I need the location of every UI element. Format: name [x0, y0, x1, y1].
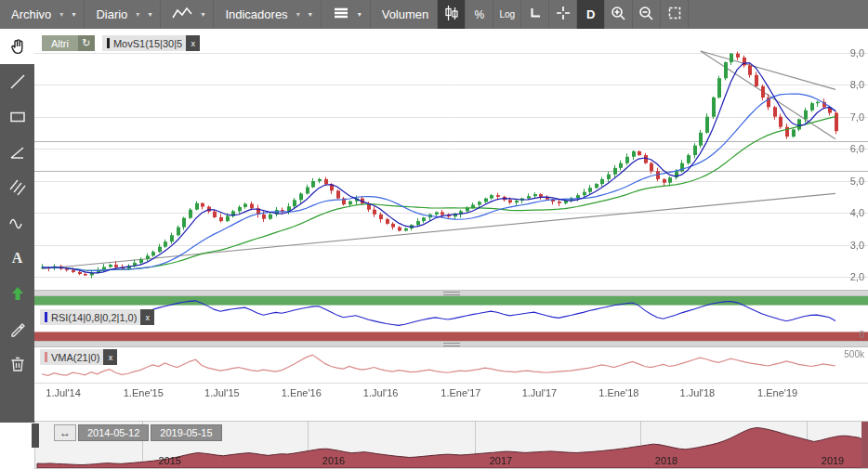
menu-diario[interactable]: Diario ▾ ▾ — [85, 0, 161, 29]
zoom-in-button[interactable] — [605, 0, 633, 29]
chevron-down-icon: ▾ — [136, 10, 139, 19]
trash-tool-button[interactable] — [0, 346, 34, 382]
chevron-down-icon: ▾ — [148, 10, 151, 19]
rsi-label: RSI(14|0,8|0,2|1,0) — [51, 312, 137, 323]
vma-chip: VMA(21|0) x — [40, 349, 117, 365]
menu-diario-label: Diario — [96, 7, 127, 21]
range-start-date[interactable]: 2014-05-12 — [78, 424, 149, 441]
navigator-left-handle[interactable] — [32, 423, 39, 448]
refresh-icon: ↻ — [82, 37, 90, 49]
interval-daily-button[interactable]: D — [577, 0, 605, 29]
remove-rsi-button[interactable]: x — [140, 309, 154, 325]
chevron-down-icon: ▾ — [309, 10, 312, 19]
wave-tool-button[interactable] — [0, 205, 34, 241]
rsi-chart-canvas[interactable] — [34, 296, 868, 341]
charting-app: Archivo ▾ ▾ Diario ▾ ▾ ▾ Indicadores ▾ ▾… — [0, 0, 868, 469]
chevron-down-icon: ▾ — [296, 10, 300, 19]
crosshair-button[interactable] — [549, 0, 577, 29]
symbol-chip: Altri ↻ — [42, 35, 95, 51]
navigator-right-handle[interactable] — [861, 422, 868, 468]
percent-scale-button[interactable]: % — [466, 0, 493, 29]
vma-label: VMA(21|0) — [51, 352, 99, 363]
rsi-chip-label-box: RSI(14|0,8|0,2|1,0) — [40, 309, 140, 325]
pan-tool-button[interactable] — [0, 29, 34, 64]
menu-volumen[interactable]: Volumen — [371, 0, 439, 29]
menu-layout[interactable]: ▾ — [322, 0, 371, 29]
navigator-controls: ↔ 2014-05-12 2019-05-15 — [54, 424, 222, 441]
rsi-color-swatch — [45, 312, 47, 322]
x-axis-label: 1.Jul'18 — [680, 387, 716, 398]
price-chart-canvas[interactable] — [34, 29, 868, 290]
linear-scale-button[interactable] — [521, 0, 549, 29]
candlestick-style-button[interactable] — [438, 0, 466, 29]
range-resize-button[interactable]: ↔ — [54, 424, 76, 441]
chevron-down-icon: ▾ — [201, 10, 204, 19]
time-axis: 1.Jul'141.Ene'151.Jul'151.Ene'161.Jul'16… — [34, 383, 868, 403]
layers-icon — [333, 7, 349, 22]
menu-indicadores[interactable]: Indicadores ▾ ▾ — [214, 0, 321, 29]
arrow-up-tool-button[interactable] — [0, 276, 34, 311]
drawing-tools-sidebar: A — [0, 29, 34, 423]
axes-corner-icon — [529, 7, 542, 22]
remove-vma-button[interactable]: x — [103, 349, 117, 365]
chevron-down-icon: ▾ — [72, 10, 75, 19]
chevron-down-icon: ▾ — [358, 10, 362, 19]
menu-volumen-label: Volumen — [382, 7, 429, 21]
vma-pane: VMA(21|0) x 500k — [34, 347, 868, 383]
trash-icon — [8, 355, 27, 373]
rectangle-tool-button[interactable] — [0, 99, 34, 135]
x-axis-label: 1.Ene'16 — [282, 387, 322, 398]
line-tool-button[interactable] — [0, 64, 34, 99]
top-toolbar: Archivo ▾ ▾ Diario ▾ ▾ ▾ Indicadores ▾ ▾… — [0, 0, 868, 29]
menu-archivo-label: Archivo — [11, 7, 51, 21]
x-axis-label: 1.Ene'18 — [598, 387, 638, 398]
angle-line-icon — [8, 143, 27, 162]
price-legend: Altri ↻ MovS1(15|30|5 x — [42, 35, 200, 51]
log-scale-button[interactable]: Log — [493, 0, 521, 29]
close-icon: x — [146, 313, 151, 322]
brush-tool-button[interactable] — [0, 311, 34, 346]
pane-splitter[interactable] — [34, 290, 868, 296]
price-pane: Altri ↻ MovS1(15|30|5 x 9,08,07,06 — [34, 29, 868, 290]
menu-chart-style[interactable]: ▾ — [161, 0, 214, 29]
text-tool-button[interactable]: A — [0, 241, 34, 276]
remove-moving-average-button[interactable]: x — [186, 35, 200, 51]
parallel-lines-tool-button[interactable] — [0, 170, 34, 205]
zoom-out-button[interactable] — [633, 0, 661, 29]
fit-screen-button[interactable] — [661, 0, 689, 29]
symbol-chip-label-box: Altri — [42, 35, 78, 51]
rectangle-icon — [8, 108, 27, 126]
volume-ma-canvas[interactable] — [34, 347, 868, 383]
arrow-up-icon — [8, 284, 27, 303]
refresh-symbol-button[interactable]: ↻ — [78, 35, 95, 51]
close-icon: x — [109, 353, 113, 362]
x-axis-label: 1.Jul'14 — [46, 387, 81, 398]
splitter-grip-icon — [443, 292, 460, 295]
diagonal-line-icon — [8, 72, 27, 91]
left-right-arrows-icon: ↔ — [59, 426, 71, 439]
x-axis-label: 1.Jul'17 — [522, 387, 558, 398]
rsi-axis-label: 0 — [859, 330, 864, 340]
selection-frame-icon — [667, 6, 682, 23]
x-axis-label: 1.Jul'15 — [204, 387, 240, 398]
vma-axis-label: 500k — [844, 349, 864, 359]
menu-archivo[interactable]: Archivo ▾ ▾ — [0, 0, 85, 29]
crosshair-icon — [556, 6, 571, 23]
splitter-grip-icon — [443, 343, 460, 346]
ma-color-swatch — [107, 38, 110, 48]
chart-area: Altri ↻ MovS1(15|30|5 x 9,08,07,06 — [34, 29, 868, 469]
vma-chip-label-box: VMA(21|0) — [40, 349, 103, 365]
wave-icon — [8, 214, 27, 232]
text-icon: A — [12, 250, 23, 267]
brush-icon — [8, 319, 27, 338]
range-navigator[interactable]: ↔ 2014-05-12 2019-05-15 2015201620172018… — [34, 421, 868, 469]
candlestick-icon — [444, 5, 459, 24]
rsi-chip: RSI(14|0,8|0,2|1,0) x — [40, 309, 154, 325]
x-axis-label: 1.Ene'17 — [441, 387, 480, 398]
range-end-date[interactable]: 2019-05-15 — [151, 424, 221, 441]
pane-splitter[interactable] — [34, 341, 868, 347]
trendline-tool-button[interactable] — [0, 135, 34, 170]
zoom-in-icon — [611, 6, 626, 24]
parallel-lines-icon — [8, 178, 27, 197]
menu-indicadores-label: Indicadores — [225, 7, 287, 21]
